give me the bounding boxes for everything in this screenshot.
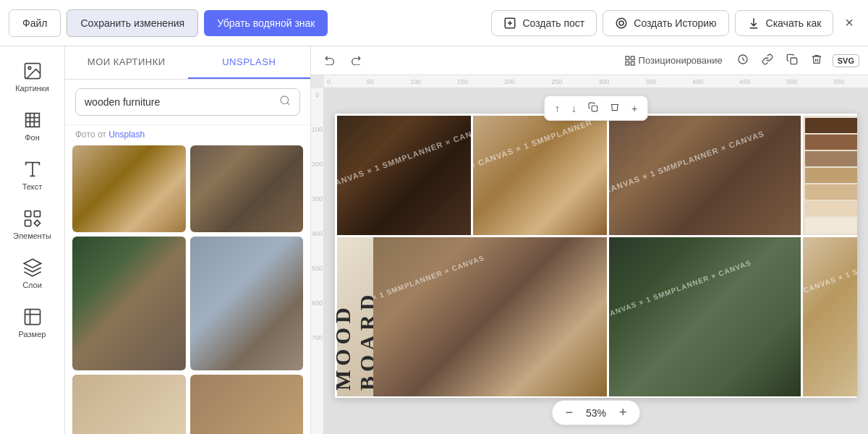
close-button[interactable]: × [839,9,859,37]
sidebar-item-pictures[interactable]: Картинки [0,52,64,101]
list-item[interactable] [72,145,186,232]
text-icon [22,159,43,179]
delete-button[interactable] [807,51,827,70]
canvas-board[interactable]: CANVAS × 1 SMMPLANNER × CANVAS × CANVAS … [335,114,857,398]
undo-button[interactable] [320,51,340,71]
table-row[interactable]: CANVAS × 1 SMMPLANNER × CANVAS [337,116,471,235]
unsplash-link[interactable]: Unsplash [109,129,145,140]
watermark-overlay: × CANVAS × 1 SMMPLANNER [473,116,607,235]
create-post-label: Создать пост [522,17,584,29]
zoom-in-button[interactable]: + [616,405,630,420]
table-row[interactable]: × CANVAS × 1 SMMPLANNER [803,237,857,396]
tab-unsplash[interactable]: UNSPLASH [188,46,311,79]
canvas-toolbar: Позиционирование SVG [311,46,868,75]
canvas-toolbar-right [733,51,827,70]
redo-button[interactable] [346,51,366,71]
image-icon [22,61,43,81]
svg-badge: SVG [833,54,859,67]
svg-rect-10 [626,56,629,60]
sidebar-item-layers[interactable]: Слои [0,249,64,298]
ruler-vertical: 0100200300400500600700 [311,88,324,434]
copy-button[interactable] [782,51,802,70]
watermark-overlay: × CANVAS × 1 SMMPLANNER [803,237,857,396]
layers-icon [22,258,43,278]
sidebar-item-text[interactable]: Текст [0,150,64,200]
download-label: Скачать как [766,17,822,29]
moodboard-grid: CANVAS × 1 SMMPLANNER × CANVAS × CANVAS … [335,114,857,398]
sidebar-item-elements[interactable]: Элементы [0,200,64,249]
svg-rect-8 [25,310,40,325]
canvas-area: Позиционирование SVG 05010 [311,46,868,434]
watermark-overlay: CANVAS × 1 SMMPLANNER × CANVAS [337,116,471,235]
create-post-button[interactable]: Создать пост [491,10,597,36]
watermark-text: CANVAS × 1 SMMPLANNER × CANVAS [337,123,471,189]
style-button[interactable] [733,51,753,70]
images-grid [65,145,310,434]
list-item[interactable] [190,375,304,434]
main-layout: Картинки Фон Текст Элементы Слои Размер … [0,46,868,434]
svg-rect-15 [791,58,797,64]
background-icon [22,110,43,130]
link-button[interactable] [757,51,778,70]
table-row[interactable]: CANVAS × 1 SMMPLANNER × CANVAS [609,116,801,235]
download-button[interactable]: Скачать как [735,10,834,36]
elements-icon [22,208,43,229]
sidebar-item-size[interactable]: Размер [0,298,64,347]
add-element-button[interactable]: + [627,99,642,117]
canvas-viewport: ↑ ↓ + [324,88,868,434]
create-post-icon [503,17,516,30]
save-button[interactable]: Сохранить изменения [67,9,198,37]
selection-toolbar: ↑ ↓ + [544,95,648,121]
search-input[interactable] [85,96,279,108]
sidebar-item-label: Картинки [15,84,49,93]
search-icon[interactable] [279,95,291,109]
tab-my-pictures[interactable]: МОИ КАРТИНКИ [65,46,188,79]
panel-tabs: МОИ КАРТИНКИ UNSPLASH [65,46,310,80]
sidebar-item-background[interactable]: Фон [0,101,64,150]
watermark-text: × CANVAS × 1 SMMPLANNER [473,118,593,170]
frames-image: VAS × 1 SMMPLANNER × CANVAS [373,237,607,396]
copy-element-button[interactable] [584,99,603,117]
svg-point-1 [617,18,627,28]
create-story-button[interactable]: Создать Историю [603,10,728,36]
topbar: Файл Сохранить изменения Убрать водяной … [0,0,868,46]
list-item[interactable] [190,237,304,370]
zoom-controls: − 53% + [551,400,640,425]
watermark-overlay: CANVAS × 1 SMMPLANNER × CANVAS [609,116,801,235]
file-button[interactable]: Файл [9,9,61,37]
svg-rect-12 [626,61,629,65]
svg-rect-7 [25,220,30,226]
list-item[interactable] [72,237,186,370]
zoom-out-button[interactable]: − [562,405,576,420]
watermark-text: CANVAS × 1 SMMPLANNER × CANVAS [609,129,765,195]
search-bar [65,80,310,125]
svg-point-4 [28,67,31,69]
move-down-button[interactable]: ↓ [567,99,581,117]
sidebar-icons: Картинки Фон Текст Элементы Слои Размер [0,46,65,434]
delete-element-button[interactable] [605,99,624,117]
sidebar-item-label: Фон [25,133,40,142]
sidebar-item-label: Слои [22,281,42,289]
search-input-wrap [75,88,300,116]
positioning-button[interactable]: Позиционирование [620,52,727,69]
watermark-button[interactable]: Убрать водяной знак [204,10,328,36]
table-row[interactable]: CANVAS × 1 SMMPLANNER × CANVAS [609,237,801,396]
svg-rect-6 [34,211,40,217]
table-row[interactable]: MOOD BOARD VAS × 1 SMMPLANNER × CANVAS [337,237,607,396]
svg-rect-5 [25,211,30,217]
table-row[interactable]: × CANVAS × 1 SMMPLANNER [473,116,607,235]
mood-board-text-container: MOOD BOARD [337,237,373,396]
zoom-value: 53% [582,407,610,419]
ruler-horizontal: 0501001502002503003504004505005506006507… [324,75,868,88]
sidebar-item-label: Размер [19,330,46,339]
create-story-label: Создать Историю [634,17,716,29]
download-icon [747,17,760,30]
list-item[interactable] [190,145,304,232]
move-up-button[interactable]: ↑ [550,99,564,117]
svg-rect-11 [631,56,634,60]
list-item[interactable] [72,375,186,434]
watermark-text: × CANVAS × 1 SMMPLANNER [803,249,857,297]
table-row[interactable] [803,116,857,235]
positioning-icon [624,55,636,67]
watermark-overlay: VAS × 1 SMMPLANNER × CANVAS [373,237,607,396]
